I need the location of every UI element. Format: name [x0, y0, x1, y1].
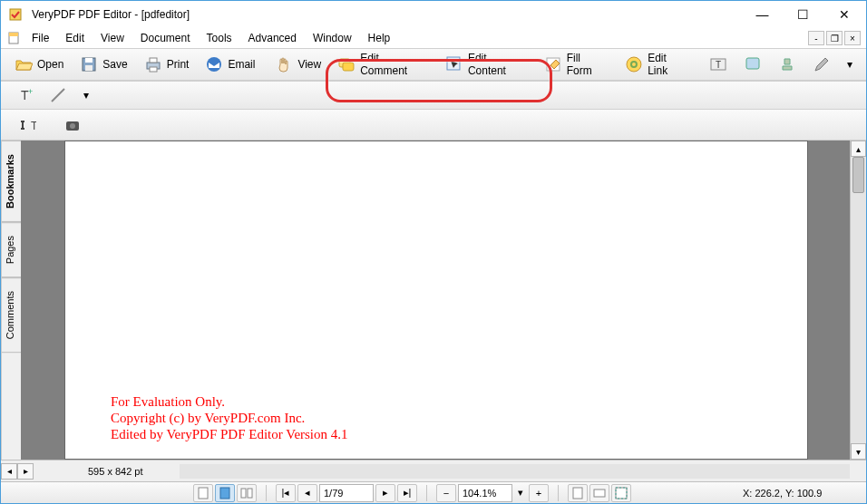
eval-line-1: For Evaluation Only. — [111, 393, 348, 410]
menu-view[interactable]: View — [93, 30, 132, 46]
main-toolbar: Open Save Print Email View Edit Comment … — [1, 48, 866, 81]
zoom-in-button[interactable]: + — [529, 484, 549, 502]
menu-file[interactable]: File — [24, 30, 56, 46]
fit-group — [568, 484, 631, 502]
svg-rect-28 — [220, 488, 229, 499]
text-add-icon: T+ — [15, 86, 33, 104]
zoom-input[interactable] — [458, 484, 512, 502]
continuous-page-button[interactable] — [215, 484, 235, 502]
zoom-out-button[interactable]: − — [436, 484, 456, 502]
page-number-input[interactable] — [319, 484, 374, 502]
menu-edit[interactable]: Edit — [58, 30, 92, 46]
email-button[interactable]: Email — [197, 52, 263, 77]
text-select-tool[interactable]: T — [10, 112, 44, 138]
fit-visible-button[interactable] — [611, 484, 631, 502]
mdi-restore-button[interactable]: ❐ — [826, 31, 843, 45]
document-viewport[interactable]: For Evaluation Only. Copyright (c) by Ve… — [21, 141, 866, 460]
secondary-dropdown[interactable]: ▾ — [75, 85, 97, 105]
last-page-button[interactable]: ▸| — [397, 484, 417, 502]
vertical-scrollbar[interactable]: ▴ ▾ — [850, 141, 866, 460]
cursor-coordinates: X: 226.2, Y: 100.9 — [743, 488, 861, 499]
printer-icon — [144, 55, 162, 73]
scroll-track[interactable] — [851, 157, 866, 443]
first-page-button[interactable]: |◂ — [276, 484, 296, 502]
fit-page-button[interactable] — [568, 484, 588, 502]
menu-help[interactable]: Help — [361, 30, 398, 46]
edit-comment-button[interactable]: Edit Comment — [329, 48, 437, 81]
svg-text:T: T — [716, 60, 721, 70]
text-add-button[interactable]: T+ — [6, 82, 41, 108]
prev-page-button[interactable]: ◂ — [297, 484, 317, 502]
menu-advanced[interactable]: Advanced — [241, 30, 304, 46]
mdi-minimize-button[interactable]: - — [808, 31, 824, 45]
facing-page-button[interactable] — [237, 484, 257, 502]
form-icon — [544, 55, 562, 73]
menu-document[interactable]: Document — [133, 30, 198, 46]
fill-form-label: Fill Form — [567, 52, 609, 77]
svg-point-26 — [70, 123, 75, 129]
next-page-button[interactable]: ▸ — [375, 484, 395, 502]
email-icon — [205, 55, 223, 73]
maximize-button[interactable]: ☐ — [783, 1, 823, 28]
text-tool-button[interactable]: T — [701, 52, 735, 77]
hscroll-track[interactable] — [180, 464, 850, 479]
evaluation-watermark: For Evaluation Only. Copyright (c) by Ve… — [111, 393, 348, 442]
hscroll-right-button[interactable]: ▸ — [17, 463, 34, 480]
pencil-tool-button[interactable] — [804, 52, 839, 77]
open-label: Open — [37, 58, 63, 71]
camera-icon — [63, 116, 82, 134]
text-box-icon: T — [709, 55, 727, 73]
sidebar-tab-pages[interactable]: Pages — [2, 222, 21, 277]
svg-rect-27 — [199, 488, 208, 499]
link-icon — [625, 55, 643, 73]
chevron-down-icon[interactable]: ▾ — [514, 487, 527, 499]
menu-window[interactable]: Window — [306, 30, 359, 46]
sidebar-tab-comments[interactable]: Comments — [2, 277, 21, 353]
fit-width-button[interactable] — [589, 484, 609, 502]
scroll-up-button[interactable]: ▴ — [851, 141, 866, 157]
save-label: Save — [102, 58, 127, 71]
email-label: Email — [228, 58, 255, 71]
edit-link-button[interactable]: Edit Link — [617, 48, 697, 81]
text-cursor-icon: T — [18, 116, 36, 134]
svg-rect-2 — [9, 33, 18, 36]
print-button[interactable]: Print — [136, 52, 198, 77]
line-tool-button[interactable] — [41, 82, 75, 108]
open-button[interactable]: Open — [6, 52, 72, 77]
menu-tools[interactable]: Tools — [200, 30, 239, 46]
svg-text:+: + — [28, 87, 33, 96]
mdi-close-button[interactable]: × — [844, 31, 861, 45]
continuous-icon — [219, 487, 230, 499]
snapshot-tool[interactable] — [55, 112, 90, 138]
side-tabs: Bookmarks Pages Comments — [1, 141, 21, 460]
view-button[interactable]: View — [267, 52, 329, 77]
chevron-down-icon: ▾ — [83, 89, 89, 102]
edit-comment-label: Edit Comment — [360, 52, 429, 77]
hscroll-left-button[interactable]: ◂ — [1, 463, 17, 480]
pencil-icon — [813, 55, 831, 73]
sidebar-tab-bookmarks[interactable]: Bookmarks — [2, 141, 21, 222]
note-icon — [744, 55, 762, 73]
single-page-button[interactable] — [193, 484, 213, 502]
minimize-button[interactable]: — — [742, 1, 783, 28]
eval-line-2: Copyright (c) by VeryPDF.com Inc. — [111, 410, 348, 426]
toolbar-dropdown[interactable]: ▾ — [839, 54, 861, 74]
edit-content-button[interactable]: Edit Content — [437, 48, 536, 81]
scroll-thumb[interactable] — [852, 157, 864, 193]
stamp-tool-button[interactable] — [770, 52, 804, 77]
svg-rect-17 — [746, 58, 759, 69]
svg-rect-5 — [85, 65, 93, 71]
svg-text:T: T — [31, 120, 36, 132]
secondary-toolbar: T+ ▾ — [1, 81, 866, 110]
svg-rect-32 — [594, 489, 605, 497]
svg-rect-33 — [616, 488, 627, 499]
chevron-down-icon: ▾ — [847, 58, 852, 71]
close-button[interactable]: ✕ — [823, 1, 864, 28]
fit-width-icon — [593, 487, 606, 499]
note-tool-button[interactable] — [735, 52, 770, 77]
fill-form-button[interactable]: Fill Form — [536, 48, 617, 81]
save-button[interactable]: Save — [72, 52, 135, 77]
document-page[interactable]: For Evaluation Only. Copyright (c) by Ve… — [64, 141, 808, 460]
comment-icon — [337, 55, 356, 73]
scroll-down-button[interactable]: ▾ — [851, 443, 866, 460]
